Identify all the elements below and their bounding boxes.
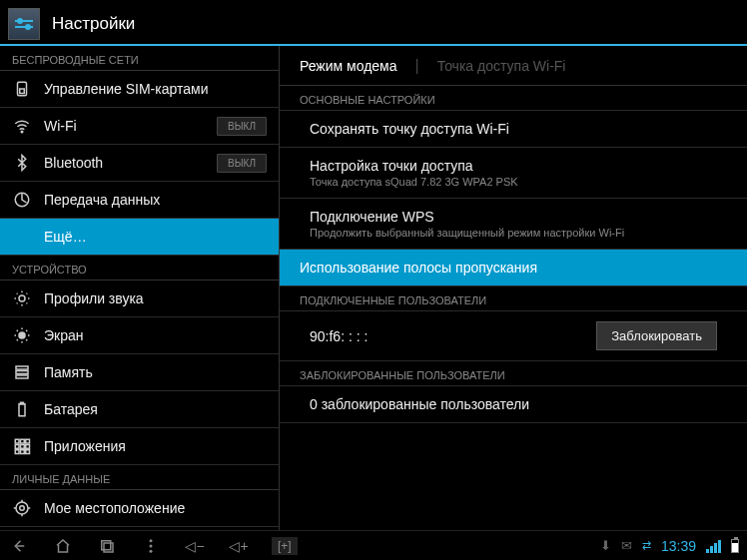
setting-item[interactable]: Использование полосы пропускания — [280, 250, 747, 286]
setting-title: Использование полосы пропускания — [300, 260, 717, 276]
svg-rect-14 — [15, 445, 19, 449]
sidebar-item[interactable]: Передача данных — [0, 182, 279, 219]
title-bar: Настройки — [0, 4, 747, 46]
svg-rect-7 — [16, 371, 28, 374]
sidebar-item[interactable]: Приложения — [0, 428, 279, 465]
block-button[interactable]: Заблокировать — [596, 321, 717, 350]
sidebar-item-label: Память — [44, 364, 267, 380]
svg-rect-18 — [21, 450, 25, 454]
sidebar-item[interactable]: Батарея — [0, 391, 279, 428]
setting-title: 0 заблокированные пользователи — [310, 396, 717, 412]
sidebar-item-label: Профили звука — [44, 290, 267, 306]
svg-rect-12 — [21, 439, 25, 443]
volume-up-button[interactable]: ◁+ — [228, 538, 250, 554]
svg-rect-13 — [26, 439, 30, 443]
back-button[interactable] — [8, 537, 30, 555]
svg-rect-23 — [104, 543, 113, 552]
sidebar-item[interactable]: Мое местоположение — [0, 490, 279, 527]
location-icon — [12, 498, 32, 518]
svg-point-20 — [20, 506, 25, 511]
setting-item[interactable]: Сохранять точку доступа Wi-Fi — [280, 111, 747, 148]
svg-rect-9 — [19, 404, 25, 416]
wifi-direct-icon: ⇄ — [642, 539, 651, 552]
none-icon — [12, 227, 32, 247]
sidebar-item-label: Приложения — [44, 438, 267, 454]
download-icon: ⬇ — [600, 538, 611, 553]
tab-bar: Режим модема|Точка доступа Wi-Fi — [280, 46, 747, 86]
signal-icon — [706, 539, 721, 553]
bluetooth-icon — [12, 153, 32, 173]
sidebar-item[interactable]: Управление SIM-картами — [0, 71, 279, 108]
svg-point-4 — [19, 295, 25, 301]
setting-title: Подключение WPS — [310, 209, 717, 225]
sidebar-item-label: Батарея — [44, 401, 267, 417]
svg-rect-15 — [21, 445, 25, 449]
sidebar-section-header: ЛИЧНЫЕ ДАННЫЕ — [0, 465, 279, 490]
setting-subtitle: Продолжить выбранный защищенный режим на… — [310, 227, 717, 239]
settings-detail-pane: Режим модема|Точка доступа Wi-FiОСНОВНЫЕ… — [280, 46, 747, 530]
svg-rect-1 — [20, 89, 25, 94]
sidebar-item[interactable]: BluetoothВЫКЛ — [0, 145, 279, 182]
svg-rect-17 — [15, 450, 19, 454]
svg-rect-16 — [26, 445, 30, 449]
setting-item[interactable]: Подключение WPSПродолжить выбранный защи… — [280, 199, 747, 250]
menu-dots-button[interactable] — [140, 537, 162, 555]
sidebar-item-label: Wi-Fi — [44, 118, 217, 134]
svg-rect-8 — [16, 375, 28, 378]
svg-rect-19 — [26, 450, 30, 454]
recent-apps-button[interactable] — [96, 537, 118, 555]
storage-icon — [12, 362, 32, 382]
svg-rect-10 — [21, 402, 24, 404]
sidebar-item[interactable]: Память — [0, 354, 279, 391]
toggle-switch[interactable]: ВЫКЛ — [217, 117, 267, 136]
svg-point-24 — [150, 539, 153, 542]
setting-item[interactable]: 90:f6: : : :Заблокировать — [280, 311, 747, 361]
sidebar-item-label: Экран — [44, 327, 267, 343]
tab-active[interactable]: Режим модема — [300, 48, 397, 84]
sidebar-item[interactable]: Профили звука — [0, 280, 279, 317]
system-nav-bar: ◁− ◁+ [+] ⬇ ✉ ⇄ 13:39 — [0, 530, 747, 560]
sidebar-item[interactable]: Ещё… — [0, 219, 279, 256]
display-icon — [12, 325, 32, 345]
svg-point-5 — [19, 332, 25, 338]
settings-group-header: ОСНОВНЫЕ НАСТРОЙКИ — [280, 86, 747, 111]
tab-inactive[interactable]: Точка доступа Wi-Fi — [437, 58, 566, 74]
sidebar-item[interactable]: Экран — [0, 317, 279, 354]
audio-icon — [12, 288, 32, 308]
sidebar-section-header: УСТРОЙСТВО — [0, 256, 279, 280]
screenshot-button[interactable]: [+] — [272, 537, 298, 555]
datausage-icon — [12, 190, 32, 210]
clock-text[interactable]: 13:39 — [661, 538, 696, 554]
svg-point-26 — [150, 549, 153, 552]
setting-item[interactable]: 0 заблокированные пользователи — [280, 386, 747, 423]
notification-icon: ✉ — [621, 538, 632, 553]
apps-icon — [12, 436, 32, 456]
sidebar-item-label: Мое местоположение — [44, 500, 267, 516]
sim-icon — [12, 79, 32, 99]
setting-title: Сохранять точку доступа Wi-Fi — [310, 121, 717, 137]
sidebar-item-label: Передача данных — [44, 192, 267, 208]
settings-sidebar: БЕСПРОВОДНЫЕ СЕТИУправление SIM-картамиW… — [0, 46, 280, 530]
setting-title: Настройка точки доступа — [310, 158, 717, 174]
settings-group-header: ЗАБЛОКИРОВАННЫЕ ПОЛЬЗОВАТЕЛИ — [280, 361, 747, 386]
setting-item[interactable]: Настройка точки доступаТочка доступа sQu… — [280, 148, 747, 199]
sidebar-item-label: Bluetooth — [44, 155, 217, 171]
home-button[interactable] — [52, 537, 74, 555]
sidebar-item[interactable]: Wi-FiВЫКЛ — [0, 108, 279, 145]
app-title: Настройки — [52, 14, 135, 34]
volume-down-button[interactable]: ◁− — [184, 538, 206, 554]
setting-title: 90:f6: : : : — [310, 328, 368, 344]
battery-icon — [12, 399, 32, 419]
sidebar-item-label: Управление SIM-картами — [44, 81, 267, 97]
svg-point-21 — [16, 502, 28, 514]
wifi-icon — [12, 116, 32, 136]
svg-point-25 — [150, 544, 153, 547]
sidebar-section-header: БЕСПРОВОДНЫЕ СЕТИ — [0, 46, 279, 71]
toggle-switch[interactable]: ВЫКЛ — [217, 154, 267, 173]
settings-group-header: ПОДКЛЮЧЕННЫЕ ПОЛЬЗОВАТЕЛИ — [280, 286, 747, 311]
sidebar-item-label: Ещё… — [44, 229, 267, 245]
battery-icon — [731, 539, 739, 553]
svg-rect-11 — [15, 439, 19, 443]
setting-subtitle: Точка доступа sQuad 7.82 3G WPA2 PSK — [310, 176, 717, 188]
svg-rect-6 — [16, 366, 28, 369]
